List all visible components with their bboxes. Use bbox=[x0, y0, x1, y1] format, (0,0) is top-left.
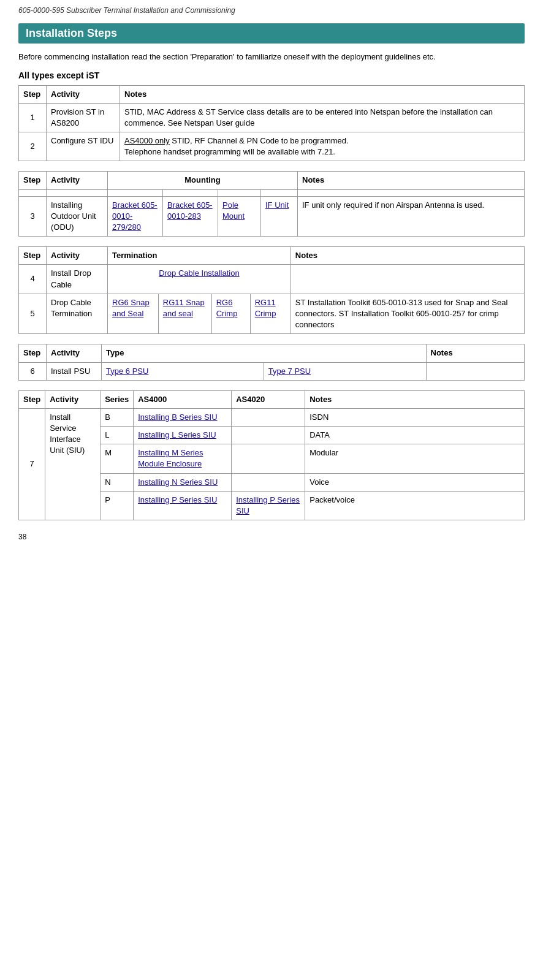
header-text: 605-0000-595 Subscriber Terminal Install… bbox=[18, 6, 235, 15]
notes-cell bbox=[290, 265, 524, 294]
bracket2-cell: Bracket 605-0010-283 bbox=[163, 196, 218, 237]
rg11-snap-link[interactable]: RG11 Snap and seal bbox=[163, 298, 205, 318]
table-row: 2 Configure ST IDU AS4000 only STID, RF … bbox=[19, 132, 525, 161]
step-num: 7 bbox=[19, 408, 45, 520]
rg6-crimp-link[interactable]: RG6 Crimp bbox=[216, 298, 238, 318]
pole-link[interactable]: Pole Mount bbox=[222, 200, 245, 221]
th-termination: Termination bbox=[108, 247, 291, 265]
activity-cell: Configure ST IDU bbox=[47, 132, 120, 161]
th-step-2: Step bbox=[19, 172, 47, 189]
table-mounting: Step Activity Mounting Notes 3 Installin… bbox=[18, 171, 525, 237]
table-row: 6 Install PSU Type 6 PSU Type 7 PSU bbox=[19, 362, 525, 380]
type7-cell: Type 7 PSU bbox=[264, 362, 426, 380]
as4020-p: Installing P Series SIU bbox=[232, 491, 305, 520]
notes-cell: STID, MAC Address & ST Service class det… bbox=[120, 103, 525, 132]
th-bracket2 bbox=[163, 189, 218, 196]
type6-link[interactable]: Type 6 PSU bbox=[106, 367, 148, 376]
step-num: 3 bbox=[19, 196, 47, 237]
as4020-m bbox=[232, 444, 305, 473]
th-notes-1: Notes bbox=[120, 85, 525, 103]
th-notes-4: Notes bbox=[426, 344, 524, 362]
rg6-snap-link[interactable]: RG6 Snap and Seal bbox=[112, 298, 150, 318]
table-row: 1 Provision ST in AS8200 STID, MAC Addre… bbox=[19, 103, 525, 132]
series-b: B bbox=[101, 408, 134, 426]
l-series-link[interactable]: Installing L Series SIU bbox=[138, 430, 216, 439]
th-pole bbox=[218, 189, 261, 196]
drop-cable-link-cell: Drop Cable Installation bbox=[108, 265, 291, 294]
notes-l: DATA bbox=[305, 427, 525, 444]
bracket2-link[interactable]: Bracket 605-0010-283 bbox=[167, 200, 213, 221]
activity-cell: Install PSU bbox=[47, 362, 102, 380]
series-p: P bbox=[101, 491, 134, 520]
rg11-crimp-cell: RG11 Crimp bbox=[250, 294, 290, 334]
series-l: L bbox=[101, 427, 134, 444]
ifunit-cell: IF Unit bbox=[261, 196, 298, 237]
b-series-link[interactable]: Installing B Series SIU bbox=[138, 412, 217, 422]
subsection-title: All types except iST bbox=[18, 70, 525, 80]
notes-cell: AS4000 only STID, RF Channel & PN Code t… bbox=[120, 132, 525, 161]
th-series: Series bbox=[101, 390, 134, 408]
intro-paragraph: Before commencing installation read the … bbox=[18, 51, 525, 63]
th-type: Type bbox=[102, 344, 427, 362]
as4000-p: Installing P Series SIU bbox=[134, 491, 232, 520]
m-series-link[interactable]: Installing M Series Module Enclosure bbox=[138, 448, 203, 468]
activity-cell: Install Drop Cable bbox=[47, 265, 108, 294]
bracket1-link[interactable]: Bracket 605-0010-279/280 bbox=[112, 200, 158, 232]
th-notes-5: Notes bbox=[305, 390, 525, 408]
series-m: M bbox=[101, 444, 134, 473]
th-activity-4: Activity bbox=[47, 344, 102, 362]
section-title: Installation Steps bbox=[18, 23, 525, 44]
notes-cell bbox=[426, 362, 524, 380]
pole-cell: Pole Mount bbox=[218, 196, 261, 237]
page-header: 605-0000-595 Subscriber Terminal Install… bbox=[18, 6, 525, 15]
rg11-crimp-link[interactable]: RG11 Crimp bbox=[255, 298, 276, 318]
n-series-link[interactable]: Installing N Series SIU bbox=[138, 477, 218, 487]
as4020-b bbox=[232, 408, 305, 426]
series-n: N bbox=[101, 473, 134, 491]
as4000-m: Installing M Series Module Enclosure bbox=[134, 444, 232, 473]
table-siu: Step Activity Series AS4000 AS4020 Notes… bbox=[18, 390, 525, 521]
activity-cell: Provision ST in AS8200 bbox=[47, 103, 120, 132]
th-activity-1: Activity bbox=[47, 85, 120, 103]
step-num: 1 bbox=[19, 103, 47, 132]
notes-p: Packet/voice bbox=[305, 491, 525, 520]
step-num: 2 bbox=[19, 132, 47, 161]
th-step-3: Step bbox=[19, 247, 47, 265]
th-mounting: Mounting bbox=[108, 172, 298, 189]
p-series-as4020-link[interactable]: Installing P Series SIU bbox=[236, 495, 300, 515]
notes-b: ISDN bbox=[305, 408, 525, 426]
table-row: 3 Installing Outdoor Unit (ODU) Bracket … bbox=[19, 196, 525, 237]
notes-cell: ST Installation Toolkit 605-0010-313 use… bbox=[290, 294, 524, 334]
page-number: 38 bbox=[18, 533, 26, 541]
ifunit-link[interactable]: IF Unit bbox=[265, 200, 289, 210]
table-row: 7 Install Service Interface Unit (SIU) B… bbox=[19, 408, 525, 426]
step-num: 6 bbox=[19, 362, 47, 380]
rg6-snap-cell: RG6 Snap and Seal bbox=[108, 294, 159, 334]
th-notes-2: Notes bbox=[298, 172, 525, 189]
drop-cable-link[interactable]: Drop Cable Installation bbox=[159, 268, 240, 278]
step-num: 5 bbox=[19, 294, 47, 334]
type6-cell: Type 6 PSU bbox=[102, 362, 264, 380]
as4000-b: Installing B Series SIU bbox=[134, 408, 232, 426]
p-series-as4000-link[interactable]: Installing P Series SIU bbox=[138, 495, 217, 504]
table-termination: Step Activity Termination Notes 4 Instal… bbox=[18, 246, 525, 334]
step-num: 4 bbox=[19, 265, 47, 294]
th-activity-3: Activity bbox=[47, 247, 108, 265]
th-as4000: AS4000 bbox=[134, 390, 232, 408]
as4000-only-label: AS4000 only bbox=[124, 136, 170, 145]
table-provision: Step Activity Notes 1 Provision ST in AS… bbox=[18, 85, 525, 162]
bracket1-cell: Bracket 605-0010-279/280 bbox=[108, 196, 163, 237]
th-step-5: Step bbox=[19, 390, 45, 408]
th-ifunit bbox=[261, 189, 298, 196]
th-activity-2: Activity bbox=[47, 172, 108, 189]
as4020-n bbox=[232, 473, 305, 491]
th-as4020: AS4020 bbox=[232, 390, 305, 408]
table-row: 4 Install Drop Cable Drop Cable Installa… bbox=[19, 265, 525, 294]
activity-cell: Install Service Interface Unit (SIU) bbox=[45, 408, 101, 520]
activity-cell: Drop Cable Termination bbox=[47, 294, 108, 334]
type7-link[interactable]: Type 7 PSU bbox=[268, 367, 311, 376]
notes-m: Modular bbox=[305, 444, 525, 473]
th-activity-5: Activity bbox=[45, 390, 101, 408]
th-step-4: Step bbox=[19, 344, 47, 362]
table-psu: Step Activity Type Notes 6 Install PSU T… bbox=[18, 344, 525, 380]
